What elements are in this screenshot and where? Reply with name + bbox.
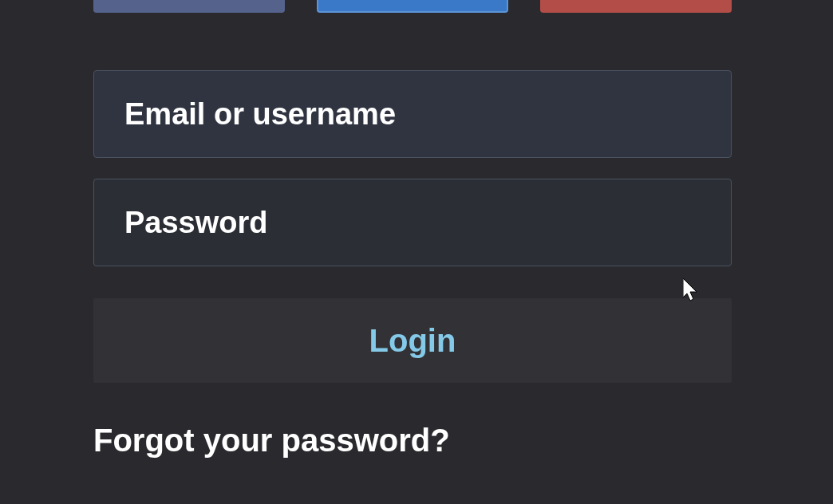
forgot-password-link[interactable]: Forgot your password? bbox=[93, 423, 732, 459]
social-login-button-1[interactable] bbox=[93, 0, 285, 13]
login-button[interactable]: Login bbox=[93, 298, 732, 383]
social-login-row bbox=[93, 0, 732, 13]
social-login-button-3[interactable] bbox=[540, 0, 732, 13]
social-login-button-2[interactable] bbox=[317, 0, 508, 13]
username-input[interactable] bbox=[93, 70, 732, 158]
password-input[interactable] bbox=[93, 179, 732, 266]
login-form: Login Forgot your password? bbox=[93, 70, 732, 459]
